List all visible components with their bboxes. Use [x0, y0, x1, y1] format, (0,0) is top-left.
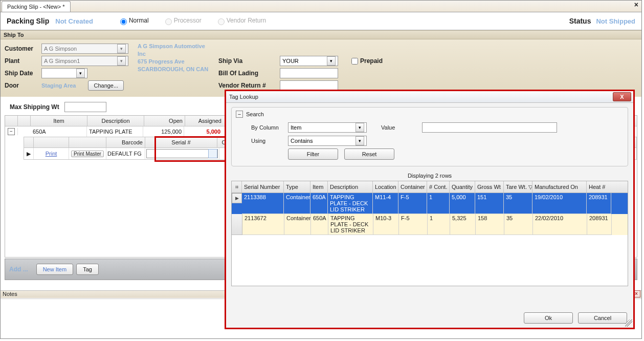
value-label: Value — [381, 124, 418, 131]
value-input[interactable] — [422, 122, 557, 133]
dialog-close-button[interactable]: X — [613, 92, 631, 101]
address-name: A G Simpson Automotive Inc — [138, 42, 214, 58]
col-quantity[interactable]: Quantity — [450, 181, 475, 193]
shipto-panel: Customer A G Simpson▾ Plant A G Simpson1… — [1, 39, 641, 97]
shipdate-picker[interactable]: ▾ — [41, 68, 87, 78]
col-num-cont[interactable]: # Cont. — [427, 181, 450, 193]
add-link[interactable]: Add ... — [9, 266, 28, 273]
dialog-title: Tag Lookup — [229, 94, 258, 100]
col-manufactured-on[interactable]: Manufactured On — [532, 181, 587, 193]
col-open[interactable]: Open — [144, 116, 185, 126]
reset-button[interactable]: Reset — [344, 148, 394, 160]
filter-button[interactable]: Filter — [288, 148, 338, 160]
using-label: Using — [251, 138, 288, 144]
cell-assigned: 5,000 — [184, 126, 225, 137]
chevron-down-icon: ▾ — [356, 123, 364, 132]
row-selector-icon[interactable] — [232, 193, 242, 203]
tab-packing-slip[interactable]: Packing Slip - <New> * — [2, 1, 71, 12]
tab-bar: Packing Slip - <New> * × — [1, 1, 641, 12]
serial-lookup-input[interactable] — [146, 149, 218, 158]
type-radio-group: Normal Processor Vendor Return — [118, 17, 278, 25]
results-grid: ⌗ Serial Number Type Item Description Lo… — [231, 181, 628, 286]
header: Packing Slip Not Created Normal Processo… — [1, 12, 641, 30]
bycolumn-label: By Column — [251, 124, 288, 131]
vendor-return-label: Vendor Return # — [218, 82, 280, 89]
expand-icon[interactable]: − — [8, 128, 15, 135]
cell-item: 650A — [31, 126, 87, 137]
bol-label: Bill Of Lading — [218, 70, 280, 77]
cell-description: TAPPING PLATE — [87, 126, 143, 137]
col-serial-number[interactable]: Serial Number — [242, 181, 284, 193]
grid-corner[interactable]: ⌗ — [232, 181, 242, 193]
col-location[interactable]: Location — [373, 181, 398, 193]
ok-button[interactable]: Ok — [524, 312, 573, 324]
col-item[interactable]: Item — [310, 181, 328, 193]
plant-select[interactable]: A G Simpson1▾ — [41, 56, 128, 66]
shipto-bar: Ship To — [1, 30, 641, 39]
shipdate-label: Ship Date — [5, 70, 41, 77]
status-value: Not Shipped — [596, 17, 635, 25]
col-barcode[interactable]: Barcode — [106, 137, 145, 147]
radio-processor[interactable]: Processor — [163, 17, 202, 24]
col-type[interactable]: Type — [284, 181, 310, 193]
max-shipping-wt-label: Max Shipping Wt — [10, 103, 59, 111]
change-button[interactable]: Change... — [88, 80, 124, 91]
dialog-titlebar[interactable]: Tag Lookup X — [226, 91, 633, 103]
col-item[interactable]: Item — [31, 116, 87, 126]
cell-open: 125,000 — [143, 126, 184, 137]
tag-button[interactable]: Tag — [76, 264, 99, 275]
col-description[interactable]: Description — [87, 116, 144, 126]
max-shipping-wt-input[interactable] — [64, 102, 106, 112]
col-container[interactable]: Container — [398, 181, 427, 193]
col-heat[interactable]: Heat # — [587, 181, 611, 193]
print-link[interactable]: Print — [46, 151, 57, 157]
prepaid-checkbox[interactable]: Prepaid — [349, 56, 383, 66]
address-street: 675 Progress Ave — [138, 58, 214, 66]
page-title: Packing Slip — [7, 17, 49, 25]
lookup-icon[interactable] — [208, 149, 217, 158]
vendor-return-input[interactable] — [280, 80, 338, 91]
col-gross-wt[interactable]: Gross Wt — [475, 181, 504, 193]
collapse-icon[interactable]: − — [236, 111, 243, 118]
cancel-button[interactable]: Cancel — [578, 312, 627, 324]
resize-grip-icon[interactable] — [625, 319, 632, 327]
bycolumn-select[interactable]: Item▾ — [288, 122, 367, 133]
row-selector-icon[interactable] — [232, 214, 242, 235]
chevron-down-icon: ▾ — [356, 136, 364, 145]
plant-label: Plant — [5, 57, 41, 65]
new-item-button[interactable]: New Item — [36, 264, 73, 275]
rowcount-label: Displaying 2 rows — [226, 173, 633, 179]
chevron-down-icon: ▾ — [327, 56, 336, 66]
close-icon[interactable]: × — [634, 1, 638, 9]
chevron-down-icon: ▾ — [117, 44, 126, 53]
customer-label: Customer — [5, 45, 41, 52]
door-label: Door — [5, 82, 41, 89]
chevron-down-icon: ▾ — [76, 69, 85, 78]
shipvia-select[interactable]: YOUR▾ — [280, 56, 338, 66]
radio-normal[interactable]: Normal — [118, 17, 149, 24]
col-serial[interactable]: Serial # — [145, 137, 217, 147]
col-assigned[interactable]: Assigned — [185, 116, 226, 126]
results-row[interactable]: 2113672 Container 650A TAPPING PLATE - D… — [232, 214, 628, 235]
customer-select[interactable]: A G Simpson▾ — [41, 44, 128, 54]
results-row[interactable]: 2113388 Container 650A TAPPING PLATE - D… — [232, 193, 628, 214]
staging-area-link[interactable]: Staging Area — [41, 82, 76, 89]
col-description[interactable]: Description — [328, 181, 373, 193]
status-label: Status — [569, 17, 591, 25]
using-select[interactable]: Contains▾ — [288, 136, 367, 146]
tag-lookup-dialog: Tag Lookup X − Search By Column Item▾ Va… — [225, 90, 635, 329]
shipvia-label: Ship Via — [218, 57, 280, 65]
print-master-button[interactable]: Print Master — [71, 151, 104, 157]
bol-input[interactable] — [280, 68, 338, 78]
chevron-down-icon: ▾ — [117, 56, 126, 66]
address-city: SCARBOROUGH, ON CAN — [138, 66, 214, 73]
cell-barcode: DEFAULT FG — [106, 148, 145, 159]
search-label: Search — [246, 111, 264, 117]
col-tare-wt[interactable]: Tare Wt. ▽ — [504, 181, 532, 193]
status-not-created: Not Created — [55, 17, 93, 25]
radio-vendor-return[interactable]: Vendor Return — [215, 17, 266, 24]
search-panel: − Search By Column Item▾ Value Using Con… — [231, 107, 628, 166]
